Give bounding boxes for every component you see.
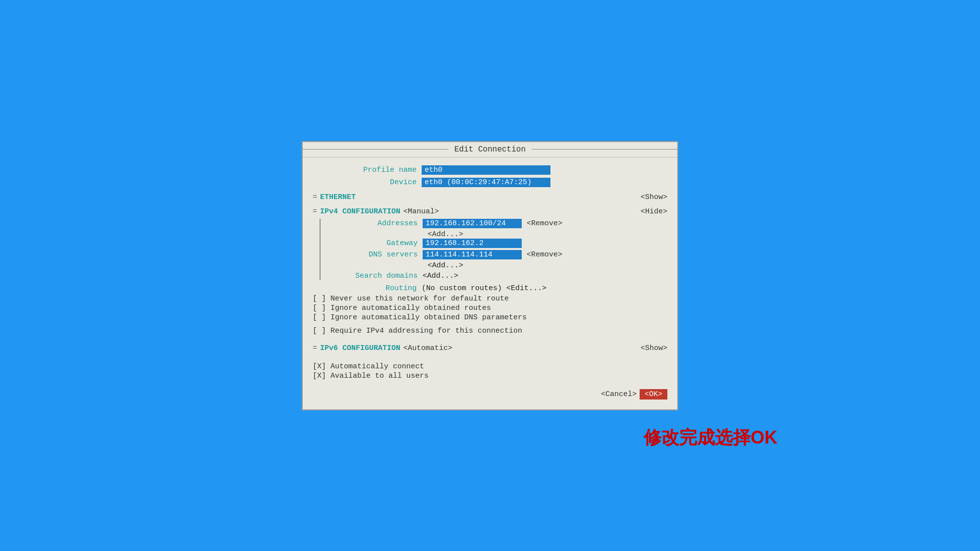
annotation-text: 修改完成选择OK xyxy=(644,426,777,450)
dns-add-row: <Add...> xyxy=(321,261,667,270)
search-domains-row: Search domains <Add...> xyxy=(321,272,667,280)
ipv6-show-btn[interactable]: <Show> xyxy=(641,344,667,352)
ethernet-title: ETHERNET xyxy=(320,193,356,201)
dns-add-btn[interactable]: <Add...> xyxy=(428,261,463,270)
dns-row: DNS servers 114.114.114.114 <Remove> xyxy=(321,250,667,259)
checkbox1-row[interactable]: [ ] Never use this network for default r… xyxy=(313,295,667,303)
cancel-button[interactable]: <Cancel> xyxy=(601,390,637,399)
ipv6-eq: = xyxy=(313,344,317,352)
title-dash-left xyxy=(303,149,448,150)
desktop: Edit Connection Profile name eth0 Device… xyxy=(0,0,980,551)
dns-label: DNS servers xyxy=(321,250,423,259)
device-value[interactable]: eth0 (00:0C:29:47:A7:25) xyxy=(422,178,550,187)
checkbox3-row[interactable]: [ ] Ignore automatically obtained DNS pa… xyxy=(313,313,667,322)
checkbox3-text: [ ] Ignore automatically obtained DNS pa… xyxy=(313,313,527,322)
device-row: Device eth0 (00:0C:29:47:A7:25) xyxy=(313,178,667,187)
checkbox1-text: [ ] Never use this network for default r… xyxy=(313,295,509,303)
search-domains-label: Search domains xyxy=(321,272,423,280)
ipv4-title: IPv4 CONFIGURATION xyxy=(320,207,400,216)
all-users-text: [X] Available to all users xyxy=(313,372,429,380)
ipv4-hide-btn[interactable]: <Hide> xyxy=(641,207,667,216)
all-users-row[interactable]: [X] Available to all users xyxy=(313,372,667,380)
checkbox2-row[interactable]: [ ] Ignore automatically obtained routes xyxy=(313,304,667,312)
addresses-add-row: <Add...> xyxy=(321,230,667,239)
ipv4-eq: = xyxy=(313,207,317,216)
ipv6-section-header: = IPv6 CONFIGURATION <Automatic> <Show> xyxy=(313,344,667,352)
addresses-add-btn[interactable]: <Add...> xyxy=(428,230,463,239)
ethernet-show-btn[interactable]: <Show> xyxy=(641,193,667,201)
ipv4-mode[interactable]: <Manual> xyxy=(403,207,439,216)
dns-remove-btn[interactable]: <Remove> xyxy=(527,250,562,259)
profile-name-value[interactable]: eth0 xyxy=(422,165,550,175)
dialog-body: Profile name eth0 Device eth0 (00:0C:29:… xyxy=(303,157,677,409)
device-label: Device xyxy=(313,178,422,187)
ipv6-title: IPv6 CONFIGURATION xyxy=(320,344,400,352)
search-domains-add-btn[interactable]: <Add...> xyxy=(423,272,458,280)
ipv4-section-header: = IPv4 CONFIGURATION <Manual> <Hide> xyxy=(313,207,667,216)
dialog-wrapper: Edit Connection Profile name eth0 Device… xyxy=(302,141,678,410)
checkbox2-text: [ ] Ignore automatically obtained routes xyxy=(313,304,491,312)
ok-button[interactable]: <OK> xyxy=(640,389,667,400)
auto-connect-row[interactable]: [X] Automatically connect xyxy=(313,362,667,371)
ipv6-mode[interactable]: <Automatic> xyxy=(403,344,452,352)
dialog-titlebar: Edit Connection xyxy=(303,142,677,157)
addresses-row: Addresses 192.168.162.100/24 <Remove> xyxy=(321,219,667,228)
ipv4-indent-block: Addresses 192.168.162.100/24 <Remove> <A… xyxy=(320,219,667,280)
auto-connect-text: [X] Automatically connect xyxy=(313,362,424,371)
auto-connect-section: [X] Automatically connect [X] Available … xyxy=(313,362,667,380)
addresses-label: Addresses xyxy=(321,219,423,228)
dns-value[interactable]: 114.114.114.114 xyxy=(423,250,522,259)
addresses-remove-btn[interactable]: <Remove> xyxy=(527,219,562,228)
profile-name-row: Profile name eth0 xyxy=(313,165,667,175)
checkbox4-row[interactable]: [ ] Require IPv4 addressing for this con… xyxy=(313,327,667,335)
ethernet-eq: = xyxy=(313,193,317,201)
profile-name-label: Profile name xyxy=(313,166,422,174)
routing-label: Routing xyxy=(313,284,422,293)
routing-row: Routing (No custom routes) <Edit...> xyxy=(313,284,667,293)
gateway-value[interactable]: 192.168.162.2 xyxy=(423,239,522,248)
edit-connection-dialog: Edit Connection Profile name eth0 Device… xyxy=(302,141,678,410)
addresses-value[interactable]: 192.168.162.100/24 xyxy=(423,219,522,228)
gateway-row: Gateway 192.168.162.2 xyxy=(321,239,667,248)
gateway-label: Gateway xyxy=(321,239,423,248)
ethernet-section-header: = ETHERNET <Show> xyxy=(313,193,667,201)
title-dash-right xyxy=(532,149,677,150)
routing-value[interactable]: (No custom routes) <Edit...> xyxy=(422,284,546,293)
bottom-buttons: <Cancel> <OK> xyxy=(313,389,667,400)
dialog-title: Edit Connection xyxy=(454,145,526,154)
checkbox4-text: [ ] Require IPv4 addressing for this con… xyxy=(313,327,522,335)
